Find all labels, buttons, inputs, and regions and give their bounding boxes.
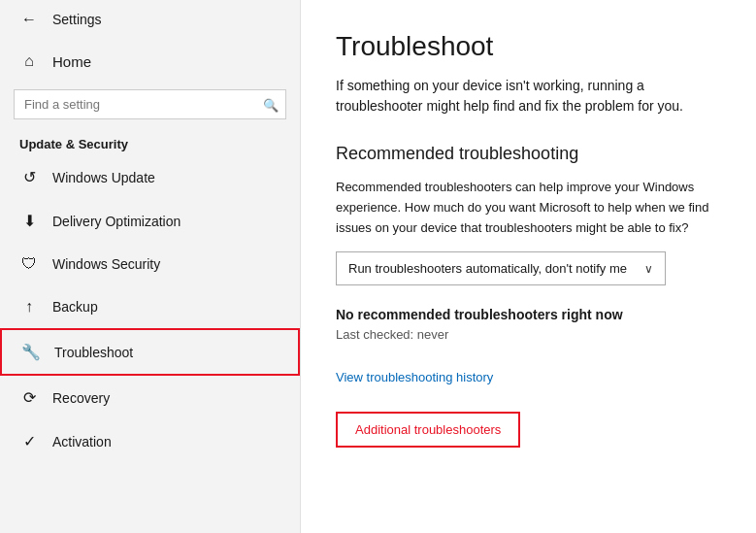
nav-item-label: Recovery: [52, 390, 110, 406]
main-content: Troubleshoot If something on your device…: [301, 0, 756, 533]
sidebar-item-delivery-optimization[interactable]: ⬇ Delivery Optimization: [0, 199, 300, 243]
recovery-icon: ⟳: [19, 388, 39, 407]
last-checked-text: Last checked: never: [336, 327, 721, 342]
nav-item-label: Troubleshoot: [54, 345, 133, 360]
sidebar-item-windows-security[interactable]: 🛡 Windows Security: [0, 243, 300, 285]
sidebar-title: Settings: [52, 12, 102, 27]
troubleshoot-icon: 🔧: [21, 343, 41, 361]
nav-item-label: Delivery Optimization: [52, 214, 181, 229]
backup-icon: ↑: [19, 298, 39, 316]
dropdown-value: Run troubleshooters automatically, don't…: [348, 261, 627, 276]
search-box: 🔍: [14, 89, 286, 119]
sidebar-item-home[interactable]: ⌂ Home: [0, 39, 300, 83]
home-label: Home: [52, 53, 91, 70]
sidebar-header: ← Settings: [0, 0, 300, 39]
delivery-optimization-icon: ⬇: [19, 212, 39, 230]
sidebar-item-troubleshoot[interactable]: 🔧 Troubleshoot: [0, 328, 300, 376]
sidebar: ← Settings ⌂ Home 🔍 Update & Security ↺ …: [0, 0, 301, 533]
recommended-heading: Recommended troubleshooting: [336, 144, 721, 164]
recommended-description: Recommended troubleshooters can help imp…: [336, 178, 721, 238]
page-title: Troubleshoot: [336, 31, 721, 62]
view-history-link[interactable]: View troubleshooting history: [336, 370, 493, 384]
nav-item-label: Activation: [52, 434, 112, 450]
section-label: Update & Security: [0, 129, 300, 155]
windows-update-icon: ↺: [19, 168, 39, 186]
nav-item-label: Windows Update: [52, 170, 155, 185]
back-button[interactable]: ←: [16, 9, 43, 30]
home-icon: ⌂: [19, 52, 39, 70]
nav-item-label: Windows Security: [52, 256, 160, 272]
windows-security-icon: 🛡: [19, 255, 39, 273]
status-text: No recommended troubleshooters right now: [336, 307, 721, 322]
troubleshoot-dropdown[interactable]: Run troubleshooters automatically, don't…: [336, 251, 666, 285]
chevron-down-icon: ∨: [644, 262, 653, 276]
sidebar-item-backup[interactable]: ↑ Backup: [0, 285, 300, 328]
search-icon: 🔍: [263, 97, 279, 112]
activation-icon: ✓: [19, 432, 39, 450]
sidebar-item-windows-update[interactable]: ↺ Windows Update: [0, 155, 300, 199]
sidebar-item-activation[interactable]: ✓ Activation: [0, 419, 300, 463]
nav-item-label: Backup: [52, 299, 98, 315]
sidebar-item-recovery[interactable]: ⟳ Recovery: [0, 376, 300, 419]
search-input[interactable]: [14, 89, 286, 119]
additional-troubleshooters-button[interactable]: Additional troubleshooters: [336, 412, 520, 448]
page-description: If something on your device isn't workin…: [336, 76, 721, 117]
